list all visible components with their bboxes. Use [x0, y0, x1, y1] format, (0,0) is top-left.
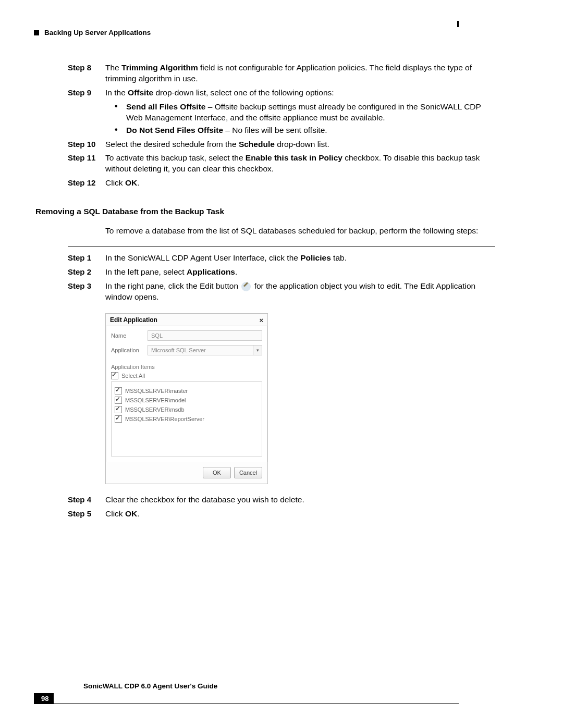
step-text: Click OK.: [105, 509, 495, 520]
list-item[interactable]: MSSQLSERVER\msdb: [115, 406, 259, 413]
step-row: Step 12 Click OK.: [68, 178, 495, 189]
step-text: Clear the checkbox for the database you …: [105, 495, 495, 505]
edit-application-dialog: Edit Application × Name SQL Application …: [105, 313, 268, 484]
step-row: Step 1 In the SonicWALL CDP Agent User I…: [68, 253, 495, 264]
step-label: Step 10: [68, 139, 105, 150]
checkbox-icon[interactable]: [115, 415, 122, 423]
bullet-dot-icon: •: [115, 125, 126, 136]
step-row: Step 10 Select the desired schedule from…: [68, 139, 495, 150]
page-content: Step 8 The Trimming Algorithm field is n…: [68, 63, 495, 523]
header-square-icon: [34, 30, 39, 35]
bullet-text: Send all Files Offsite – Offsite backup …: [126, 102, 495, 124]
step-label: Step 11: [68, 153, 105, 175]
step-label: Step 1: [68, 253, 105, 264]
section-intro: To remove a database from the list of SQ…: [105, 226, 495, 237]
step-label: Step 9: [68, 88, 105, 98]
select-all-row[interactable]: Select All: [111, 372, 262, 379]
database-name: MSSQLSERVER\msdb: [125, 406, 185, 413]
database-name: MSSQLSERVER\model: [125, 397, 186, 403]
step-row: Step 8 The Trimming Algorithm field is n…: [68, 63, 495, 84]
bullet-dot-icon: •: [115, 102, 126, 124]
page-number: 98: [34, 693, 54, 704]
bullet-row: • Do Not Send Files Offsite – No files w…: [115, 125, 495, 136]
step-label: Step 3: [68, 281, 105, 303]
checkbox-icon[interactable]: [115, 406, 122, 413]
step-label: Step 8: [68, 63, 105, 84]
list-item[interactable]: MSSQLSERVER\master: [115, 387, 259, 394]
select-all-label: Select All: [121, 373, 145, 379]
step-text: To activate this backup task, select the…: [105, 153, 495, 175]
application-items-label: Application Items: [111, 364, 262, 370]
page-footer: SonicWALL CDP 6.0 Agent User's Guide 98: [34, 682, 563, 704]
step-row: Step 9 In the Offsite drop-down list, se…: [68, 88, 495, 98]
ok-button[interactable]: OK: [203, 467, 231, 478]
page-marker: [457, 21, 459, 27]
database-name: MSSQLSERVER\ReportServer: [125, 416, 204, 422]
step-text: Select the desired schedule from the Sch…: [105, 139, 495, 150]
page-header: Backing Up Server Applications: [34, 29, 151, 36]
step-row: Step 5 Click OK.: [68, 509, 495, 520]
list-item[interactable]: MSSQLSERVER\model: [115, 397, 259, 404]
guide-title: SonicWALL CDP 6.0 Agent User's Guide: [83, 682, 563, 690]
step-label: Step 12: [68, 178, 105, 189]
step-row: Step 2 In the left pane, select Applicat…: [68, 267, 495, 278]
checkbox-icon[interactable]: [115, 387, 122, 394]
name-input[interactable]: SQL: [148, 330, 262, 341]
footer-rule: [54, 703, 459, 704]
step-text: In the left pane, select Applications.: [105, 267, 495, 278]
step-row: Step 3 In the right pane, click the Edit…: [68, 281, 495, 303]
step-text: The Trimming Algorithm field is not conf…: [105, 63, 495, 84]
application-dropdown[interactable]: Microsoft SQL Server ▾: [148, 345, 262, 355]
step-row: Step 11 To activate this backup task, se…: [68, 153, 495, 175]
chevron-down-icon[interactable]: ▾: [253, 345, 262, 355]
step-text: Click OK.: [105, 178, 495, 189]
application-value: Microsoft SQL Server: [148, 345, 253, 355]
dialog-titlebar: Edit Application ×: [106, 314, 267, 326]
step-label: Step 2: [68, 267, 105, 278]
cancel-button[interactable]: Cancel: [234, 467, 262, 478]
step-text: In the Offsite drop-down list, select on…: [105, 88, 495, 98]
checkbox-icon[interactable]: [115, 397, 122, 404]
database-list: MSSQLSERVER\master MSSQLSERVER\model MSS…: [111, 381, 262, 456]
step-text: In the right pane, click the Edit button…: [105, 281, 495, 303]
divider: [68, 246, 495, 246]
section-heading: Removing a SQL Database from the Backup …: [35, 207, 495, 216]
bullet-row: • Send all Files Offsite – Offsite backu…: [115, 102, 495, 124]
step-row: Step 4 Clear the checkbox for the databa…: [68, 495, 495, 505]
list-item[interactable]: MSSQLSERVER\ReportServer: [115, 415, 259, 423]
checkbox-icon[interactable]: [111, 372, 118, 379]
step-text: In the SonicWALL CDP Agent User Interfac…: [105, 253, 495, 264]
bullet-text: Do Not Send Files Offsite – No files wil…: [126, 125, 495, 136]
header-title: Backing Up Server Applications: [44, 29, 151, 36]
application-label: Application: [111, 347, 148, 353]
database-name: MSSQLSERVER\master: [125, 388, 188, 394]
step-label: Step 4: [68, 495, 105, 505]
close-icon[interactable]: ×: [259, 316, 263, 324]
name-label: Name: [111, 332, 148, 339]
dialog-title: Edit Application: [110, 316, 157, 324]
edit-icon: [241, 282, 251, 291]
step-label: Step 5: [68, 509, 105, 520]
